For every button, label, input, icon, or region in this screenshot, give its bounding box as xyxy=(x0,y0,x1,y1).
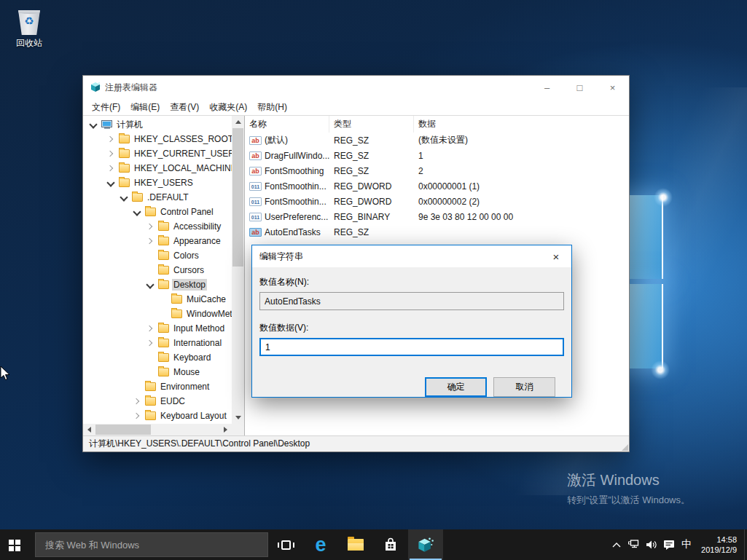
notification-center-button[interactable] xyxy=(660,529,678,560)
taskbar-search[interactable] xyxy=(35,532,268,557)
dialog-titlebar[interactable]: 编辑字符串 × xyxy=(252,245,571,267)
column-header-name[interactable]: 名称 xyxy=(245,116,329,133)
tree-item[interactable]: Colors xyxy=(83,248,232,263)
expander-icon[interactable] xyxy=(145,339,155,348)
tree-item[interactable]: Keyboard Layout xyxy=(83,409,232,423)
expander-icon[interactable] xyxy=(145,237,155,246)
expander-icon[interactable] xyxy=(145,266,155,275)
expander-icon[interactable] xyxy=(145,368,155,377)
tree-item[interactable]: Cursors xyxy=(83,263,232,277)
scroll-up-arrow-icon[interactable] xyxy=(232,116,244,128)
tree-horizontal-scrollbar[interactable] xyxy=(83,424,232,435)
store-button[interactable] xyxy=(373,529,408,560)
expander-icon[interactable] xyxy=(145,280,155,290)
expander-icon[interactable] xyxy=(145,251,155,261)
chevron-up-icon xyxy=(612,542,621,548)
tree-item[interactable]: WindowMetrics xyxy=(83,307,232,321)
expander-icon[interactable] xyxy=(158,309,168,319)
speaker-icon xyxy=(646,540,657,550)
tree-item[interactable]: Keyboard xyxy=(83,350,232,365)
expander-icon[interactable] xyxy=(119,193,128,202)
minimize-button[interactable]: – xyxy=(531,76,563,99)
key-icon xyxy=(171,309,182,318)
tree-item[interactable]: HKEY_LOCAL_MACHINE xyxy=(83,161,232,176)
start-button[interactable] xyxy=(0,529,35,560)
ime-indicator[interactable]: 中 xyxy=(678,529,695,560)
menu-item[interactable]: 编辑(E) xyxy=(125,100,165,115)
expander-icon[interactable] xyxy=(145,222,155,232)
search-input[interactable] xyxy=(36,540,267,551)
expander-icon[interactable] xyxy=(106,149,115,159)
recycle-bin-label: 回收站 xyxy=(9,37,50,50)
task-view-button[interactable] xyxy=(268,529,303,560)
expander-icon[interactable] xyxy=(145,353,155,363)
scroll-down-arrow-icon[interactable] xyxy=(232,411,244,424)
tree-item[interactable]: Input Method xyxy=(83,321,232,336)
tree-item[interactable]: Desktop xyxy=(83,277,232,292)
regedit-app-icon xyxy=(90,82,101,93)
cancel-button[interactable]: 取消 xyxy=(493,377,555,397)
menu-item[interactable]: 帮助(H) xyxy=(252,100,292,115)
tree-item[interactable]: HKEY_CURRENT_USER xyxy=(83,146,232,161)
maximize-button[interactable]: □ xyxy=(563,76,596,99)
tree-vertical-scrollbar[interactable] xyxy=(232,116,244,424)
resize-grip[interactable] xyxy=(622,444,628,451)
file-explorer-button[interactable] xyxy=(338,529,373,560)
expander-icon[interactable] xyxy=(106,178,115,188)
value-data: (数值未设置) xyxy=(414,133,629,148)
value-row[interactable]: (默认) REG_SZ (数值未设置) xyxy=(245,133,629,148)
show-desktop-button[interactable] xyxy=(744,529,747,560)
expander-icon[interactable] xyxy=(158,295,168,304)
close-button[interactable]: × xyxy=(596,76,629,99)
recycle-bin-icon: ♻ xyxy=(17,9,42,35)
regedit-titlebar[interactable]: 注册表编辑器 – □ × xyxy=(83,76,629,99)
menu-item[interactable]: 收藏夹(A) xyxy=(204,100,252,115)
tree-item-label: Desktop xyxy=(172,279,207,291)
tree-item[interactable]: International xyxy=(83,336,232,350)
value-row[interactable]: UserPreferenc... REG_BINARY 9e 3e 03 80 … xyxy=(245,209,629,224)
expander-icon[interactable] xyxy=(145,324,155,334)
tree-item[interactable]: Appearance xyxy=(83,234,232,248)
dialog-close-button[interactable]: × xyxy=(541,245,571,267)
value-row[interactable]: FontSmoothin... REG_DWORD 0x00000001 (1) xyxy=(245,178,629,194)
expander-icon[interactable] xyxy=(106,135,115,144)
tree-horizontal-scroll-thumb[interactable] xyxy=(95,425,151,435)
value-row[interactable]: FontSmoothin... REG_DWORD 0x00000002 (2) xyxy=(245,194,629,209)
menu-item[interactable]: 文件(F) xyxy=(87,100,125,115)
column-header-data[interactable]: 数据 xyxy=(414,116,629,133)
tray-expand-button[interactable] xyxy=(608,529,625,560)
recycle-bin-shortcut[interactable]: ♻ 回收站 xyxy=(9,6,50,50)
value-row[interactable]: DragFullWindo... REG_SZ 1 xyxy=(245,148,629,163)
tree-item[interactable]: HKEY_CLASSES_ROOT xyxy=(83,132,232,146)
tree-vertical-scroll-thumb[interactable] xyxy=(232,128,243,267)
tree-item[interactable]: .DEFAULT xyxy=(83,190,232,205)
expander-icon[interactable] xyxy=(88,120,98,130)
expander-icon[interactable] xyxy=(132,411,141,421)
expander-icon[interactable] xyxy=(132,397,141,406)
tree-item[interactable]: Accessibility xyxy=(83,219,232,234)
tree-item[interactable]: MuiCache xyxy=(83,292,232,307)
tree-item[interactable]: Mouse xyxy=(83,365,232,379)
taskbar-clock[interactable]: 14:58 2019/12/9 xyxy=(695,535,744,555)
network-status[interactable] xyxy=(625,529,643,560)
expander-icon[interactable] xyxy=(106,164,115,173)
edge-browser-button[interactable]: e xyxy=(303,529,338,560)
tree-item[interactable]: 计算机 xyxy=(83,117,232,132)
column-header-type[interactable]: 类型 xyxy=(329,116,414,133)
regedit-taskbar-button[interactable] xyxy=(408,529,443,560)
value-row[interactable]: AutoEndTasks REG_SZ xyxy=(245,224,629,240)
value-name-field[interactable] xyxy=(259,292,564,310)
scroll-right-arrow-icon[interactable] xyxy=(219,424,232,435)
value-row[interactable]: FontSmoothing REG_SZ 2 xyxy=(245,163,629,178)
tree-item[interactable]: Environment xyxy=(83,379,232,394)
scroll-left-arrow-icon[interactable] xyxy=(83,424,95,435)
menu-item[interactable]: 查看(V) xyxy=(165,100,204,115)
tree-item[interactable]: HKEY_USERS xyxy=(83,176,232,190)
expander-icon[interactable] xyxy=(132,382,141,392)
value-data-field[interactable] xyxy=(259,338,564,356)
volume-control[interactable] xyxy=(643,529,660,560)
expander-icon[interactable] xyxy=(132,208,141,217)
ok-button[interactable]: 确定 xyxy=(425,377,487,397)
tree-item[interactable]: Control Panel xyxy=(83,205,232,219)
tree-item[interactable]: EUDC xyxy=(83,394,232,409)
